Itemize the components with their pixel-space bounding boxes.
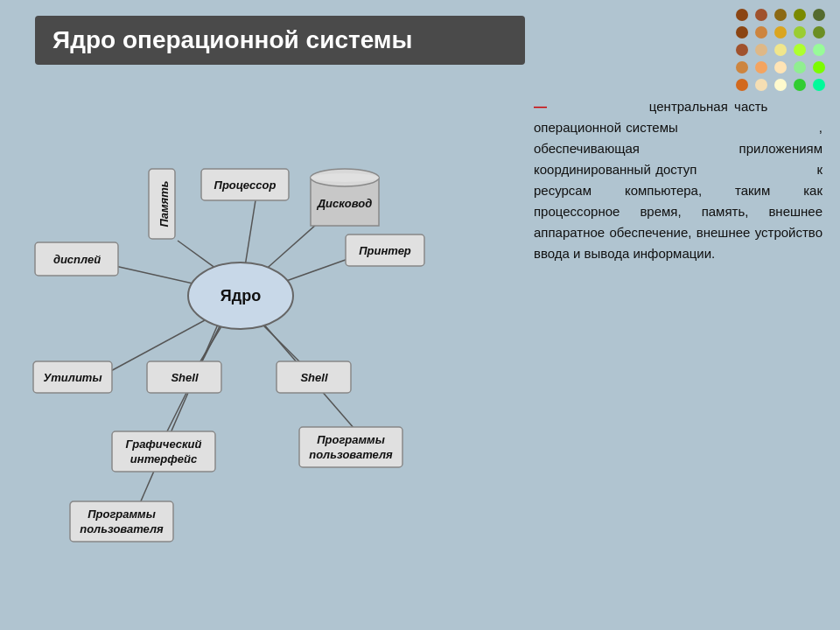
diagram-area: Ядро дисплей Память Процессор Дисковод П…	[18, 74, 446, 599]
decorative-dot	[755, 61, 767, 74]
page-title: Ядро операционной системы	[52, 26, 508, 54]
decorative-dot	[794, 44, 806, 56]
userprogs2-node-line2: пользователя	[80, 522, 164, 536]
utilities-node: Утилиты	[44, 371, 102, 384]
decorative-dot	[794, 79, 806, 91]
decorative-dot	[813, 44, 825, 56]
decorative-dot	[755, 26, 767, 38]
decorative-dot	[794, 9, 806, 21]
decorative-dot	[774, 79, 787, 91]
description-text: — центральная часть операционной системы…	[534, 96, 822, 264]
processor-node: Процессор	[214, 178, 276, 192]
display-node: дисплей	[53, 253, 101, 266]
decorative-dot	[774, 44, 787, 56]
shell2-node: Shell	[300, 371, 327, 384]
userprogs1-node-line2: пользователя	[309, 448, 393, 461]
svg-line-10	[140, 312, 223, 503]
gui-node-line2: интерфейс	[130, 452, 198, 466]
decorative-dot	[794, 26, 806, 38]
decorative-dot	[813, 9, 825, 21]
decorative-dot	[736, 9, 748, 21]
decorative-dot	[736, 61, 748, 74]
shell1-node: Shell	[171, 371, 198, 384]
decorative-dot	[774, 9, 787, 21]
decorative-dot	[736, 26, 748, 38]
decorative-dot	[813, 79, 825, 91]
decorative-dot	[755, 79, 767, 91]
printer-node: Принтер	[359, 244, 411, 257]
userprogs2-node: Программы	[88, 508, 156, 521]
decorative-dot	[736, 79, 748, 91]
gui-node: Графический	[126, 438, 202, 451]
decorative-dot	[813, 26, 825, 38]
diskdrive-node: Дисковод	[317, 197, 373, 210]
svg-point-17	[311, 173, 379, 182]
decorative-dot	[794, 61, 806, 74]
decorative-dot	[774, 61, 787, 74]
decorative-dot	[774, 26, 787, 38]
dash-symbol: —	[534, 99, 547, 114]
decorative-dot	[755, 44, 767, 56]
decorative-dots	[736, 9, 827, 91]
decorative-dot	[755, 9, 767, 21]
decorative-dot	[813, 61, 825, 74]
center-node-label: Ядро	[220, 287, 261, 304]
memory-node: Память	[158, 180, 171, 227]
title-bar: Ядро операционной системы	[35, 16, 525, 65]
decorative-dot	[736, 44, 748, 56]
os-kernel-diagram: Ядро дисплей Память Процессор Дисковод П…	[18, 74, 446, 582]
userprogs1-node: Программы	[317, 433, 385, 446]
